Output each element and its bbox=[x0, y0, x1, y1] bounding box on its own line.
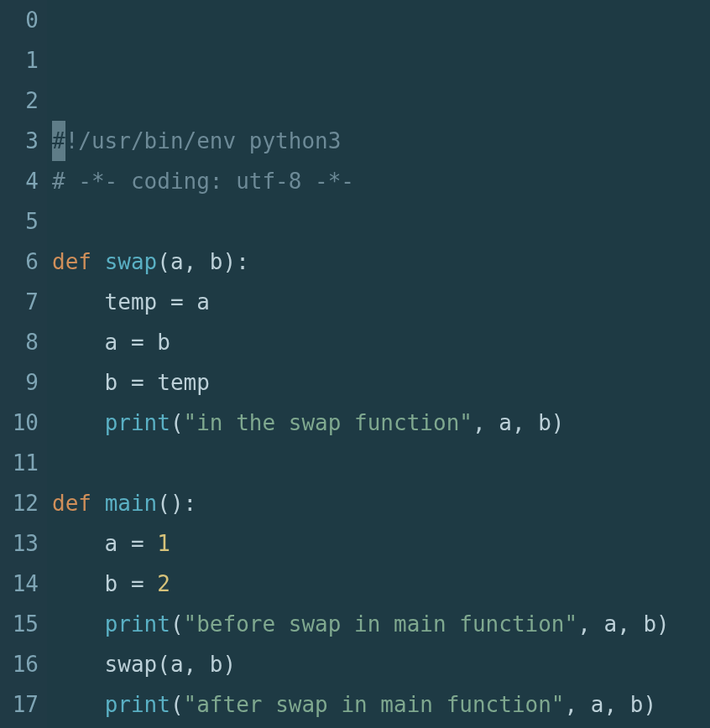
code-area[interactable]: #!/usr/bin/env python3# -*- coding: utf-… bbox=[47, 0, 710, 728]
code-line[interactable]: swap(a, b) bbox=[52, 644, 710, 684]
code-token: swap(a, b) bbox=[52, 652, 236, 677]
line-number: 6 bbox=[0, 242, 39, 282]
code-token: temp = a bbox=[52, 289, 210, 315]
code-token: , a, b) bbox=[577, 611, 670, 637]
line-number: 16 bbox=[0, 644, 39, 684]
line-number: 15 bbox=[0, 604, 39, 644]
code-token bbox=[52, 692, 105, 717]
code-line[interactable]: #!/usr/bin/env python3 bbox=[52, 121, 710, 161]
code-token: "in the swap function" bbox=[184, 410, 472, 435]
code-token: !/usr/bin/env python3 bbox=[65, 128, 342, 153]
code-line[interactable]: def swap(a, b): bbox=[52, 242, 710, 282]
code-token: ( bbox=[170, 410, 184, 435]
code-token: def bbox=[52, 491, 105, 516]
code-token: main bbox=[105, 491, 158, 516]
line-number: 14 bbox=[0, 564, 39, 604]
code-editor[interactable]: 01234567891011121314151617 #!/usr/bin/en… bbox=[0, 0, 710, 728]
code-token: "before swap in main function" bbox=[184, 611, 578, 637]
code-token: ( bbox=[170, 692, 184, 717]
code-token: ( bbox=[170, 611, 184, 637]
code-token: a = b bbox=[52, 330, 170, 355]
code-token: (a, b): bbox=[157, 249, 249, 274]
code-line[interactable]: print("in the swap function", a, b) bbox=[52, 403, 710, 443]
line-number: 8 bbox=[0, 322, 39, 362]
line-number: 12 bbox=[0, 483, 39, 523]
code-token: print bbox=[105, 410, 170, 435]
code-line[interactable]: temp = a bbox=[52, 282, 710, 322]
code-token: def bbox=[52, 249, 105, 274]
code-line[interactable] bbox=[52, 201, 710, 242]
code-line[interactable]: print("before swap in main function", a,… bbox=[52, 604, 710, 644]
line-number: 4 bbox=[0, 161, 39, 201]
line-number: 7 bbox=[0, 282, 39, 322]
code-line[interactable]: b = 2 bbox=[52, 564, 710, 604]
code-token: b = bbox=[52, 571, 157, 596]
line-number: 3 bbox=[0, 121, 39, 161]
code-token: print bbox=[105, 611, 170, 637]
code-token: , a, b) bbox=[565, 692, 657, 717]
line-number: 0 bbox=[0, 0, 39, 40]
code-token bbox=[52, 611, 105, 637]
code-token: # bbox=[52, 121, 65, 161]
line-number: 2 bbox=[0, 81, 39, 121]
code-line[interactable]: a = b bbox=[52, 322, 710, 362]
code-token: 1 bbox=[157, 531, 170, 556]
line-number: 17 bbox=[0, 684, 39, 725]
code-token: (): bbox=[157, 491, 196, 516]
code-token: b = temp bbox=[52, 370, 210, 395]
code-token: # -*- coding: utf-8 -*- bbox=[52, 169, 354, 194]
code-line[interactable]: print("after swap in main function", a, … bbox=[52, 684, 710, 725]
code-token: a = bbox=[52, 531, 157, 556]
line-number: 9 bbox=[0, 362, 39, 403]
code-line[interactable] bbox=[52, 443, 710, 483]
code-line[interactable]: # -*- coding: utf-8 -*- bbox=[52, 161, 710, 201]
line-number: 13 bbox=[0, 523, 39, 564]
line-number: 5 bbox=[0, 201, 39, 242]
line-number-gutter: 01234567891011121314151617 bbox=[0, 0, 47, 728]
line-number: 11 bbox=[0, 443, 39, 483]
code-token: "after swap in main function" bbox=[184, 692, 565, 717]
code-line[interactable]: a = 1 bbox=[52, 523, 710, 564]
code-token bbox=[52, 410, 105, 435]
code-token: swap bbox=[105, 249, 158, 274]
code-line[interactable]: b = temp bbox=[52, 362, 710, 403]
line-number: 1 bbox=[0, 40, 39, 81]
code-token: print bbox=[105, 692, 170, 717]
code-line[interactable]: def main(): bbox=[52, 483, 710, 523]
line-number: 10 bbox=[0, 403, 39, 443]
code-token: , a, b) bbox=[472, 410, 565, 435]
code-line[interactable] bbox=[52, 725, 710, 728]
code-token: 2 bbox=[157, 571, 170, 596]
